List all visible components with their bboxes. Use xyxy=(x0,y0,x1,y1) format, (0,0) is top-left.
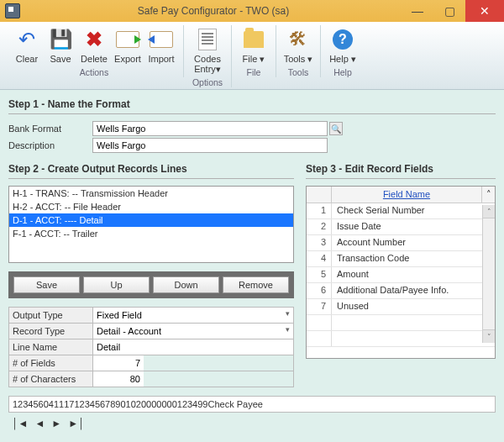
table-row[interactable]: 3Account Number xyxy=(307,235,495,251)
lookup-button[interactable]: 🔍 xyxy=(329,122,343,135)
import-icon xyxy=(149,27,174,52)
divider xyxy=(8,178,294,179)
floppy-disk-icon: 💾 xyxy=(48,27,73,52)
output-sample: 12345604111712345678901020000000123499Ch… xyxy=(8,396,496,413)
window-title: Safe Pay Configurator - TWO (sa) xyxy=(25,5,402,17)
description-input[interactable] xyxy=(92,138,328,153)
grid-header-fieldname[interactable]: Field Name xyxy=(332,187,481,203)
num-chars-label: # of Characters xyxy=(9,371,93,387)
ribbon-group-actions: ↶ Clear 💾 Save ✖ Delete Export Impo xyxy=(5,25,184,77)
group-label-help: Help xyxy=(333,67,352,77)
nav-prev-button[interactable]: ◄ xyxy=(34,418,45,429)
delete-button[interactable]: ✖ Delete xyxy=(77,25,111,66)
chevron-up-icon[interactable]: ˄ xyxy=(483,205,495,218)
file-menu-button[interactable]: File ▾ xyxy=(237,25,270,66)
import-button[interactable]: Import xyxy=(144,25,178,66)
line-name-input[interactable] xyxy=(93,339,293,355)
export-button[interactable]: Export xyxy=(111,25,144,66)
line-name-label: Line Name xyxy=(9,339,93,355)
table-row[interactable]: 1Check Serial Number xyxy=(307,203,495,219)
line-save-button[interactable]: Save xyxy=(13,276,80,293)
list-item-selected[interactable]: D-1 - ACCT: ---- Detail xyxy=(9,213,293,227)
step1-title: Step 1 - Name the Format xyxy=(8,98,496,110)
list-item[interactable]: H-1 - TRANS: -- Transmission Header xyxy=(9,187,293,200)
step2-title: Step 2 - Create Output Records Lines xyxy=(8,163,294,175)
table-row[interactable]: 4Transaction Code xyxy=(307,251,495,267)
tools-menu-button[interactable]: 🛠 Tools ▾ xyxy=(281,25,315,66)
record-navigator: │◄ ◄ ► ►│ xyxy=(8,416,496,431)
vertical-scrollbar[interactable]: ˄ ˅ xyxy=(482,205,495,343)
record-lines-list[interactable]: H-1 - TRANS: -- Transmission Header H-2 … xyxy=(8,186,294,263)
magnifier-icon: 🔍 xyxy=(331,124,341,134)
bank-format-input[interactable] xyxy=(92,121,328,136)
ribbon-group-options: Codes Entry▾ Options xyxy=(184,25,232,87)
clear-button[interactable]: ↶ Clear xyxy=(10,25,44,66)
divider xyxy=(306,178,496,179)
close-button[interactable]: ✕ xyxy=(465,0,504,22)
x-icon: ✖ xyxy=(81,27,107,52)
export-icon xyxy=(115,27,140,52)
ribbon-group-tools: 🛠 Tools ▾ Tools xyxy=(276,25,321,77)
table-row[interactable]: 2Issue Date xyxy=(307,219,495,235)
nav-first-button[interactable]: │◄ xyxy=(12,418,28,429)
step3-title: Step 3 - Edit Record Fields xyxy=(306,163,496,175)
table-row[interactable] xyxy=(307,315,495,331)
field-grid[interactable]: Field Name ˄ 1Check Serial Number 2Issue… xyxy=(306,186,496,359)
table-row[interactable]: 5Amount xyxy=(307,267,495,283)
group-label-actions: Actions xyxy=(80,67,108,77)
line-remove-button[interactable]: Remove xyxy=(223,276,289,293)
table-row[interactable]: 7Unused xyxy=(307,299,495,315)
description-label: Description xyxy=(8,140,92,150)
ribbon-group-help: ? Help ▾ Help xyxy=(321,25,365,77)
nav-next-button[interactable]: ► xyxy=(51,418,61,429)
window-controls: — ▢ ✕ xyxy=(402,0,504,22)
output-type-select[interactable] xyxy=(93,308,293,323)
num-chars-input[interactable] xyxy=(93,371,144,387)
grid-body: 1Check Serial Number 2Issue Date 3Accoun… xyxy=(307,203,495,358)
app-icon xyxy=(5,3,20,18)
output-type-label: Output Type xyxy=(9,308,93,324)
scroll-up-button[interactable]: ˄ xyxy=(481,187,495,203)
list-item[interactable]: F-1 - ACCT: -- Trailer xyxy=(9,227,293,240)
undo-arrow-icon: ↶ xyxy=(14,27,39,52)
record-type-select[interactable] xyxy=(93,324,293,339)
line-down-button[interactable]: Down xyxy=(153,276,219,293)
ribbon: ↶ Clear 💾 Save ✖ Delete Export Impo xyxy=(0,22,504,90)
record-line-button-bar: Save Up Down Remove xyxy=(8,271,294,298)
codes-entry-button[interactable]: Codes Entry▾ xyxy=(189,25,226,76)
tools-icon: 🛠 xyxy=(286,27,311,52)
table-row[interactable] xyxy=(307,331,495,347)
title-bar: Safe Pay Configurator - TWO (sa) — ▢ ✕ xyxy=(0,0,504,22)
nav-last-button[interactable]: ►│ xyxy=(68,418,84,429)
folder-icon xyxy=(241,27,266,52)
help-icon: ? xyxy=(330,27,355,52)
grid-header-index[interactable] xyxy=(307,187,332,203)
help-menu-button[interactable]: ? Help ▾ xyxy=(326,25,360,66)
group-label-file: File xyxy=(247,67,261,77)
num-fields-label: # of Fields xyxy=(9,355,93,371)
line-properties: Output Type Record Type Line Name # of F… xyxy=(8,307,294,387)
group-label-tools: Tools xyxy=(288,67,309,77)
chevron-down-icon[interactable]: ˅ xyxy=(483,329,495,343)
table-row[interactable]: 6Additional Data/Payee Info. xyxy=(307,283,495,299)
maximize-button[interactable]: ▢ xyxy=(433,0,465,22)
bank-format-label: Bank Format xyxy=(8,124,92,134)
record-type-label: Record Type xyxy=(9,324,93,339)
divider xyxy=(8,113,496,114)
line-up-button[interactable]: Up xyxy=(83,276,150,293)
num-fields-input[interactable] xyxy=(93,355,144,371)
minimize-button[interactable]: — xyxy=(402,0,433,22)
list-item[interactable]: H-2 - ACCT: -- File Header xyxy=(9,200,293,213)
save-button[interactable]: 💾 Save xyxy=(44,25,77,66)
group-label-options: Options xyxy=(192,77,223,87)
ribbon-group-file: File ▾ File xyxy=(232,25,276,77)
document-icon xyxy=(195,27,220,52)
